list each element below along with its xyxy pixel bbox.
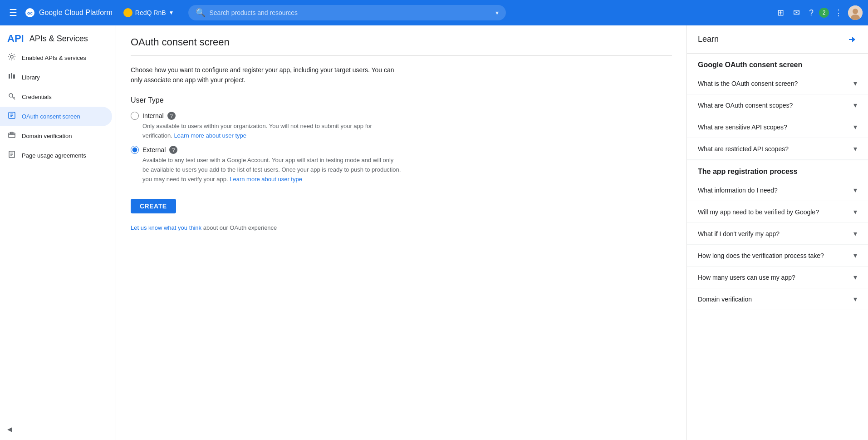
apps-icon: ⊞ <box>777 8 784 18</box>
learn-item-sensitive[interactable]: What are sensitive API scopes? ▾ <box>687 116 868 138</box>
learn-item-dont-verify[interactable]: What if I don't verify my app? ▾ <box>687 223 868 245</box>
external-help-icon[interactable]: ? <box>169 146 177 154</box>
more-icon: ⋮ <box>834 8 843 18</box>
project-dropdown-icon: ▼ <box>169 10 174 16</box>
internal-learn-more-link[interactable]: Learn more about user type <box>174 132 246 139</box>
svg-point-10 <box>9 94 13 97</box>
learn-item-text: What information do I need? <box>698 187 853 194</box>
menu-icon[interactable]: ☰ <box>5 4 21 22</box>
sidebar-item-library[interactable]: Library <box>0 68 112 87</box>
main-content: OAuth consent screen Choose how you want… <box>116 25 687 440</box>
chevron-down-icon: ▾ <box>853 273 857 282</box>
learn-section2-title: The app registration process <box>687 160 868 179</box>
avatar[interactable] <box>848 5 863 20</box>
feedback-link[interactable]: Let us know what you think <box>131 224 201 231</box>
external-learn-more-link[interactable]: Learn more about user type <box>230 176 302 183</box>
google-cloud-icon: GC <box>25 7 35 18</box>
learn-header: Learn <box>687 25 868 54</box>
learn-item-what-is[interactable]: What is the OAuth consent screen? ▾ <box>687 73 868 94</box>
search-expand-icon[interactable]: ▾ <box>495 9 499 16</box>
internal-label-row: Internal ? <box>131 112 672 120</box>
chevron-down-icon: ▾ <box>853 186 857 194</box>
learn-item-info-needed[interactable]: What information do I need? ▾ <box>687 179 868 201</box>
api-icon: API <box>7 33 24 44</box>
sidebar-collapse-button[interactable]: ◀ <box>0 418 20 440</box>
chevron-down-icon: ▾ <box>853 208 857 216</box>
sidebar-item-label: Library <box>22 74 40 81</box>
internal-help-icon[interactable]: ? <box>167 112 176 120</box>
topbar-actions: ⊞ ✉ ? 2 ⋮ <box>774 4 863 21</box>
learn-item-text: Domain verification <box>698 296 853 303</box>
sidebar-item-credentials[interactable]: Credentials <box>0 87 112 107</box>
more-options-button[interactable]: ⋮ <box>831 4 846 21</box>
project-selector[interactable]: RedQ RnB ▼ <box>120 5 178 20</box>
help-icon: ? <box>809 8 814 18</box>
svg-text:GC: GC <box>27 11 33 15</box>
email-icon: ✉ <box>793 8 800 18</box>
app-logo: GC Google Cloud Platform <box>25 7 113 18</box>
learn-item-text: How long does the verification process t… <box>698 252 853 259</box>
svg-point-2 <box>126 10 130 15</box>
learn-item-text: How many users can use my app? <box>698 274 853 281</box>
user-avatar-icon <box>848 5 863 20</box>
external-label: External <box>142 146 166 153</box>
learn-item-scopes[interactable]: What are OAuth consent scopes? ▾ <box>687 94 868 116</box>
help-button[interactable]: ? <box>805 5 817 21</box>
sidebar-item-enabled-apis[interactable]: Enabled APIs & services <box>0 48 112 68</box>
learn-item-restricted[interactable]: What are restricted API scopes? ▾ <box>687 138 868 160</box>
sidebar-item-domain[interactable]: Domain verification <box>0 126 112 146</box>
learn-item-text: Will my app need to be verified by Googl… <box>698 208 853 216</box>
sidebar-item-label: Domain verification <box>22 133 72 139</box>
search-bar[interactable]: 🔍 ▾ <box>188 5 506 20</box>
learn-item-domain-verification[interactable]: Domain verification ▾ <box>687 288 868 310</box>
learn-item-text: What are restricted API scopes? <box>698 145 853 153</box>
learn-title: Learn <box>698 35 719 44</box>
sidebar: API APIs & Services Enabled APIs & servi… <box>0 25 116 440</box>
internal-option: Internal ? Only available to users withi… <box>131 112 672 141</box>
project-icon <box>123 8 132 17</box>
notification-count: 2 <box>823 10 826 16</box>
page-icon <box>7 150 16 161</box>
internal-radio[interactable] <box>131 112 139 120</box>
learn-close-button[interactable] <box>848 35 857 44</box>
user-type-radio-group: Internal ? Only available to users withi… <box>131 112 672 184</box>
search-input[interactable] <box>209 9 492 16</box>
sidebar-item-oauth[interactable]: OAuth consent screen <box>0 107 112 126</box>
learn-item-verified[interactable]: Will my app need to be verified by Googl… <box>687 201 868 223</box>
svg-rect-7 <box>9 74 10 79</box>
external-radio[interactable] <box>131 146 139 154</box>
app-name-label: Google Cloud Platform <box>39 9 113 17</box>
learn-item-text: What is the OAuth consent screen? <box>698 80 853 87</box>
feedback-suffix: about our OAuth experience <box>203 224 277 231</box>
settings-icon <box>7 53 16 63</box>
notification-badge[interactable]: 2 <box>819 8 829 18</box>
chevron-down-icon: ▾ <box>853 144 857 153</box>
topbar: ☰ GC Google Cloud Platform RedQ RnB ▼ 🔍 … <box>0 0 868 25</box>
internal-description: Only available to users within your orga… <box>142 122 401 141</box>
feedback-section: Let us know what you think about our OAu… <box>131 224 672 231</box>
svg-line-12 <box>14 97 15 98</box>
sidebar-item-label: Credentials <box>22 94 52 100</box>
sidebar-item-page-usage[interactable]: Page usage agreements <box>0 146 112 165</box>
project-name-label: RedQ RnB <box>135 9 166 16</box>
external-option: External ? Available to any test user wi… <box>131 146 672 184</box>
collapse-panel-icon <box>848 35 857 44</box>
description-text: Choose how you want to configure and reg… <box>131 65 403 85</box>
sidebar-item-label: OAuth consent screen <box>22 113 80 120</box>
svg-point-4 <box>853 9 858 14</box>
email-button[interactable]: ✉ <box>790 4 804 21</box>
page-title: OAuth consent screen <box>131 36 672 56</box>
chevron-down-icon: ▾ <box>853 123 857 131</box>
apps-button[interactable]: ⊞ <box>774 4 788 21</box>
learn-section1-title: Google OAuth consent screen <box>687 54 868 73</box>
learn-item-text: What if I don't verify my app? <box>698 230 853 237</box>
external-description: Available to any test user with a Google… <box>142 156 401 184</box>
create-button[interactable]: CREATE <box>131 199 176 213</box>
chevron-down-icon: ▾ <box>853 229 857 238</box>
learn-panel: Learn Google OAuth consent screen What i… <box>687 25 868 440</box>
internal-label: Internal <box>142 112 164 119</box>
learn-item-how-many[interactable]: How many users can use my app? ▾ <box>687 267 868 288</box>
domain-icon <box>7 131 16 141</box>
main-layout: API APIs & Services Enabled APIs & servi… <box>0 25 868 440</box>
learn-item-how-long[interactable]: How long does the verification process t… <box>687 245 868 267</box>
